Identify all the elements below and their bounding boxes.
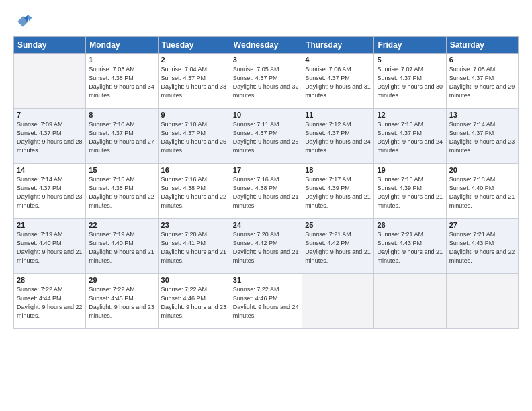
calendar-cell: 3Sunrise: 7:05 AMSunset: 4:37 PMDaylight… xyxy=(230,54,302,109)
calendar-table: SundayMondayTuesdayWednesdayThursdayFrid… xyxy=(13,36,519,329)
calendar-cell: 31Sunrise: 7:22 AMSunset: 4:46 PMDayligh… xyxy=(230,274,302,329)
calendar-cell xyxy=(374,274,446,329)
day-number: 15 xyxy=(89,166,154,174)
day-number: 6 xyxy=(449,56,515,64)
day-number: 20 xyxy=(449,166,515,174)
day-detail: Sunrise: 7:21 AMSunset: 4:43 PMDaylight:… xyxy=(377,230,443,265)
calendar-cell: 10Sunrise: 7:11 AMSunset: 4:37 PMDayligh… xyxy=(230,109,302,164)
day-detail: Sunrise: 7:13 AMSunset: 4:37 PMDaylight:… xyxy=(377,120,443,155)
header-monday: Monday xyxy=(86,37,158,54)
calendar-cell: 16Sunrise: 7:16 AMSunset: 4:38 PMDayligh… xyxy=(158,164,230,219)
day-detail: Sunrise: 7:09 AMSunset: 4:37 PMDaylight:… xyxy=(17,120,83,155)
day-number: 3 xyxy=(233,56,299,64)
header-saturday: Saturday xyxy=(446,37,518,54)
calendar-cell: 23Sunrise: 7:20 AMSunset: 4:41 PMDayligh… xyxy=(158,219,230,274)
day-number: 26 xyxy=(377,221,443,229)
header-wednesday: Wednesday xyxy=(230,37,302,54)
calendar-cell: 13Sunrise: 7:14 AMSunset: 4:37 PMDayligh… xyxy=(446,109,518,164)
day-detail: Sunrise: 7:19 AMSunset: 4:40 PMDaylight:… xyxy=(17,230,83,265)
day-detail: Sunrise: 7:17 AMSunset: 4:39 PMDaylight:… xyxy=(305,175,371,210)
day-number: 4 xyxy=(305,56,371,64)
day-detail: Sunrise: 7:22 AMSunset: 4:44 PMDaylight:… xyxy=(17,285,83,320)
calendar-cell: 5Sunrise: 7:07 AMSunset: 4:37 PMDaylight… xyxy=(374,54,446,109)
day-detail: Sunrise: 7:22 AMSunset: 4:46 PMDaylight:… xyxy=(233,285,299,320)
day-number: 14 xyxy=(17,166,83,174)
calendar-cell: 17Sunrise: 7:16 AMSunset: 4:38 PMDayligh… xyxy=(230,164,302,219)
day-detail: Sunrise: 7:11 AMSunset: 4:37 PMDaylight:… xyxy=(233,120,299,155)
calendar-cell: 2Sunrise: 7:04 AMSunset: 4:37 PMDaylight… xyxy=(158,54,230,109)
calendar-week-4: 21Sunrise: 7:19 AMSunset: 4:40 PMDayligh… xyxy=(14,219,519,274)
calendar-cell: 7Sunrise: 7:09 AMSunset: 4:37 PMDaylight… xyxy=(14,109,86,164)
day-detail: Sunrise: 7:14 AMSunset: 4:37 PMDaylight:… xyxy=(17,175,83,210)
calendar-cell: 21Sunrise: 7:19 AMSunset: 4:40 PMDayligh… xyxy=(14,219,86,274)
day-number: 2 xyxy=(161,56,227,64)
calendar-week-2: 7Sunrise: 7:09 AMSunset: 4:37 PMDaylight… xyxy=(14,109,519,164)
calendar-cell: 8Sunrise: 7:10 AMSunset: 4:37 PMDaylight… xyxy=(86,109,158,164)
calendar-week-3: 14Sunrise: 7:14 AMSunset: 4:37 PMDayligh… xyxy=(14,164,519,219)
day-detail: Sunrise: 7:18 AMSunset: 4:40 PMDaylight:… xyxy=(449,175,515,210)
calendar-cell: 20Sunrise: 7:18 AMSunset: 4:40 PMDayligh… xyxy=(446,164,518,219)
day-detail: Sunrise: 7:10 AMSunset: 4:37 PMDaylight:… xyxy=(161,120,227,155)
day-number: 11 xyxy=(305,111,371,119)
day-detail: Sunrise: 7:21 AMSunset: 4:43 PMDaylight:… xyxy=(449,230,515,265)
day-detail: Sunrise: 7:22 AMSunset: 4:46 PMDaylight:… xyxy=(161,285,227,320)
day-detail: Sunrise: 7:22 AMSunset: 4:45 PMDaylight:… xyxy=(89,285,154,320)
calendar-cell: 6Sunrise: 7:08 AMSunset: 4:37 PMDaylight… xyxy=(446,54,518,109)
day-number: 27 xyxy=(449,221,515,229)
header-friday: Friday xyxy=(374,37,446,54)
calendar-cell: 9Sunrise: 7:10 AMSunset: 4:37 PMDaylight… xyxy=(158,109,230,164)
calendar-cell: 30Sunrise: 7:22 AMSunset: 4:46 PMDayligh… xyxy=(158,274,230,329)
calendar-cell: 18Sunrise: 7:17 AMSunset: 4:39 PMDayligh… xyxy=(302,164,374,219)
calendar-cell: 26Sunrise: 7:21 AMSunset: 4:43 PMDayligh… xyxy=(374,219,446,274)
day-number: 18 xyxy=(305,166,371,174)
day-detail: Sunrise: 7:07 AMSunset: 4:37 PMDaylight:… xyxy=(377,65,443,100)
day-detail: Sunrise: 7:16 AMSunset: 4:38 PMDaylight:… xyxy=(161,175,227,210)
day-detail: Sunrise: 7:12 AMSunset: 4:37 PMDaylight:… xyxy=(305,120,371,155)
day-number: 25 xyxy=(305,221,371,229)
calendar-cell: 4Sunrise: 7:06 AMSunset: 4:37 PMDaylight… xyxy=(302,54,374,109)
calendar-week-5: 28Sunrise: 7:22 AMSunset: 4:44 PMDayligh… xyxy=(14,274,519,329)
logo xyxy=(13,12,35,31)
day-number: 8 xyxy=(89,111,154,119)
day-detail: Sunrise: 7:15 AMSunset: 4:38 PMDaylight:… xyxy=(89,175,154,210)
calendar-cell: 14Sunrise: 7:14 AMSunset: 4:37 PMDayligh… xyxy=(14,164,86,219)
calendar-cell: 11Sunrise: 7:12 AMSunset: 4:37 PMDayligh… xyxy=(302,109,374,164)
day-detail: Sunrise: 7:19 AMSunset: 4:40 PMDaylight:… xyxy=(89,230,154,265)
day-detail: Sunrise: 7:10 AMSunset: 4:37 PMDaylight:… xyxy=(89,120,154,155)
day-detail: Sunrise: 7:21 AMSunset: 4:42 PMDaylight:… xyxy=(305,230,371,265)
day-detail: Sunrise: 7:20 AMSunset: 4:41 PMDaylight:… xyxy=(161,230,227,265)
day-number: 29 xyxy=(89,276,154,284)
calendar-cell: 1Sunrise: 7:03 AMSunset: 4:38 PMDaylight… xyxy=(86,54,158,109)
calendar-cell: 27Sunrise: 7:21 AMSunset: 4:43 PMDayligh… xyxy=(446,219,518,274)
calendar-cell: 19Sunrise: 7:18 AMSunset: 4:39 PMDayligh… xyxy=(374,164,446,219)
page: SundayMondayTuesdayWednesdayThursdayFrid… xyxy=(0,0,532,411)
day-number: 22 xyxy=(89,221,154,229)
calendar-cell xyxy=(302,274,374,329)
day-number: 31 xyxy=(233,276,299,284)
day-number: 13 xyxy=(449,111,515,119)
day-number: 23 xyxy=(161,221,227,229)
header xyxy=(13,12,519,31)
day-number: 5 xyxy=(377,56,443,64)
day-number: 19 xyxy=(377,166,443,174)
day-number: 10 xyxy=(233,111,299,119)
calendar-cell xyxy=(14,54,86,109)
day-detail: Sunrise: 7:18 AMSunset: 4:39 PMDaylight:… xyxy=(377,175,443,210)
calendar-cell: 12Sunrise: 7:13 AMSunset: 4:37 PMDayligh… xyxy=(374,109,446,164)
day-number: 28 xyxy=(17,276,83,284)
header-thursday: Thursday xyxy=(302,37,374,54)
calendar-week-1: 1Sunrise: 7:03 AMSunset: 4:38 PMDaylight… xyxy=(14,54,519,109)
day-number: 21 xyxy=(17,221,83,229)
calendar-cell: 15Sunrise: 7:15 AMSunset: 4:38 PMDayligh… xyxy=(86,164,158,219)
day-detail: Sunrise: 7:03 AMSunset: 4:38 PMDaylight:… xyxy=(89,65,154,100)
header-tuesday: Tuesday xyxy=(158,37,230,54)
calendar-header-row: SundayMondayTuesdayWednesdayThursdayFrid… xyxy=(14,37,519,54)
day-detail: Sunrise: 7:08 AMSunset: 4:37 PMDaylight:… xyxy=(449,65,515,100)
calendar-cell: 25Sunrise: 7:21 AMSunset: 4:42 PMDayligh… xyxy=(302,219,374,274)
calendar-cell: 24Sunrise: 7:20 AMSunset: 4:42 PMDayligh… xyxy=(230,219,302,274)
day-detail: Sunrise: 7:16 AMSunset: 4:38 PMDaylight:… xyxy=(233,175,299,210)
day-number: 12 xyxy=(377,111,443,119)
day-detail: Sunrise: 7:04 AMSunset: 4:37 PMDaylight:… xyxy=(161,65,227,100)
day-detail: Sunrise: 7:20 AMSunset: 4:42 PMDaylight:… xyxy=(233,230,299,265)
calendar-cell xyxy=(446,274,518,329)
